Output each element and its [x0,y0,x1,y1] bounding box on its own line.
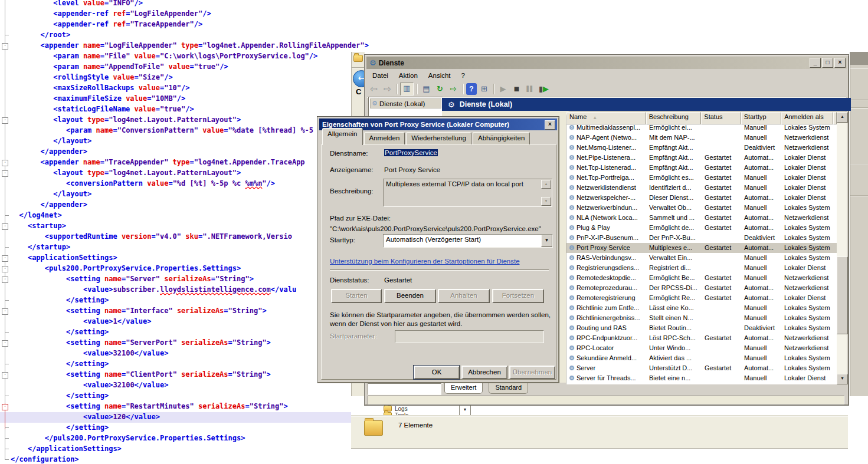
scroll-up-button[interactable]: ▲ [837,112,848,123]
minimize-button[interactable]: _ [810,58,821,68]
menu-item-datei[interactable]: Datei [367,71,394,80]
code-line[interactable]: <startup> [28,221,66,231]
stop-service-icon[interactable]: ■ [510,83,523,95]
fold-toggle[interactable]: - [2,170,8,177]
code-line[interactable]: <level value="INFO"/> [53,0,143,8]
table-row[interactable]: ⚙Richtlinie zum Entfe...Lässt eine Ko...… [566,303,837,313]
table-row[interactable]: ⚙Net.Pipe-Listenera...Empfängt Akt...Ges… [566,153,837,163]
code-line[interactable]: <setting name="ServerPort" serializeAs="… [66,337,271,348]
table-row[interactable]: ⚙Port Proxy ServiceMultiplexes e...Gesta… [566,243,837,253]
table-row[interactable]: ⚙ServerUnterstützt D...GestartetAutomat.… [566,363,837,373]
code-line[interactable]: </applicationSettings> [28,443,122,454]
code-line[interactable]: </setting> [66,327,109,337]
code-line[interactable]: <param name="AppendToFile" value="true"/… [53,61,228,72]
code-line[interactable]: <layout type="log4net.Layout.PatternLayo… [53,114,241,125]
code-line[interactable]: <param name="ConversionPattern" value="%… [66,125,313,136]
table-row[interactable]: ⚙NAP-Agent (Netwo...Mit dem NAP-...Manue… [566,133,837,143]
fold-toggle[interactable]: - [2,223,8,230]
code-line[interactable]: <maxSizeRollBackups value="10"/> [53,83,189,93]
list-item[interactable]: Tools [384,412,408,415]
abbrechen-button[interactable]: Abbrechen [461,366,507,379]
code-line[interactable]: <appender-ref ref="LogFileAppender"/> [53,8,211,19]
table-row[interactable]: ⚙RPC-LocatorUnter Windo...ManuellNetzwer… [566,343,837,353]
fold-toggle[interactable]: - [2,117,8,124]
fold-toggle[interactable]: - [2,43,8,50]
table-row[interactable]: ⚙Multimediaklassenpl...Ermöglicht ei...M… [566,123,837,133]
code-line[interactable]: <supportedRuntime version="v4.0" sku=".N… [45,231,292,242]
scrollbar[interactable]: ▲ ▼ [837,112,847,384]
code-line[interactable]: <appender name="TraceAppender" type="log… [41,157,305,167]
table-row[interactable]: ⚙RAS-Verbindungsv...Verwaltet Ein...Manu… [566,253,837,263]
export-list-icon[interactable]: ⇨ [447,83,460,95]
starttyp-select[interactable]: Automatisch (Verzögerter Start) ▼ [383,234,553,248]
help-icon[interactable]: ? [466,83,477,95]
show-tree-icon[interactable]: ▥ [400,83,414,96]
view-tab-erweitert[interactable]: Erweitert [444,383,483,394]
back-button[interactable]: ← [353,70,365,87]
scrollbar-thumb[interactable] [837,256,848,334]
code-line[interactable]: </layout> [53,189,91,199]
code-line[interactable]: <param name="File" value="C:\work\logs\P… [53,51,317,61]
code-line[interactable]: </layout> [53,136,91,146]
code-line[interactable]: <puls200.PortProxyService.Properties.Set… [45,263,241,274]
table-row[interactable]: ⚙Net.Tcp-Listenerad...Empfängt Akt...Ges… [566,163,837,173]
beschreibung-field[interactable]: Multiplexes external TCP/IP data on loca… [383,179,552,207]
code-line[interactable]: </puls200.PortProxyService.Properties.Se… [45,433,245,443]
view-tab-standard[interactable]: Standard [489,383,528,394]
fold-toggle[interactable]: - [2,372,8,379]
code-line[interactable]: <appender-ref ref="TraceAppender"/> [53,19,202,29]
restart-service-icon[interactable]: ▮▶ [538,83,550,95]
table-row[interactable]: ⚙RPC-Endpunktzuor...Löst RPC-Sch...Gesta… [566,333,837,343]
code-line[interactable]: </setting> [66,422,109,433]
menu-item-ansicht[interactable]: Ansicht [423,71,456,80]
ok-button[interactable]: OK [414,366,460,379]
code-line[interactable]: <staticLogFileName value="true"/> [53,104,194,114]
code-line[interactable]: <setting name="ClientPort" serializeAs="… [66,369,271,380]
start-service-icon[interactable]: ▶ [497,83,509,95]
table-row[interactable]: ⚙Registrierungsdiens...Registriert di...… [566,263,837,273]
properties-icon[interactable]: ▤ [420,83,433,95]
code-line[interactable]: </setting> [66,358,109,369]
code-line[interactable]: </setting> [66,295,109,305]
fold-toggle[interactable]: - [2,255,8,262]
code-line[interactable]: </configuration> [11,454,79,464]
fold-toggle[interactable]: - [2,277,8,283]
dienstname-value[interactable]: PortProxyService [384,149,438,156]
beenden-button[interactable]: Beenden [384,289,436,303]
fold-toggle[interactable]: - [2,308,8,315]
table-row[interactable]: ⚙Richtlinienergebniss...Stellt einen N..… [566,313,837,323]
code-line[interactable]: <maximumFileSize value="10MB"/> [53,93,185,104]
code-line[interactable]: <conversionPattern value="%d [%t] %-5p %… [66,178,275,189]
fold-toggle[interactable]: - [2,404,8,410]
code-line[interactable]: <value>1</value> [83,316,152,327]
code-line[interactable]: </setting> [66,390,109,401]
code-line[interactable]: <setting name="Interface" serializeAs="S… [66,305,267,316]
code-line[interactable]: <rollingStyle value="Size"/> [53,72,172,83]
code-line[interactable]: </startup> [28,242,70,252]
startoptions-help-link[interactable]: Unterstützung beim Konfigurieren der Sta… [330,258,520,265]
code-line[interactable]: <value>32100</value> [83,380,169,390]
tree-item-dienste-lokal[interactable]: ⚙ Dienste (Lokal) [370,98,441,108]
forward-icon[interactable]: ⇨ [381,83,394,95]
table-row[interactable]: ⚙Server für Threads...Bietet eine n...Ma… [566,373,837,383]
code-line[interactable]: <setting name="RestartMinutes" serialize… [66,401,288,412]
code-line[interactable]: </appender> [41,199,87,210]
scroll-down-button[interactable]: ▼ [837,374,848,384]
code-line[interactable]: <value>120</value> [83,412,160,422]
code-line[interactable]: </log4net> [19,210,61,221]
code-line[interactable]: <appender name="LogFileAppender" type="l… [41,40,369,51]
code-line[interactable]: <layout type="log4net.Layout.PatternLayo… [53,167,241,178]
table-row[interactable]: ⚙Routing und RASBietet Routin...Deaktivi… [566,323,837,333]
code-line[interactable]: <value>subscriber.lloydslistintelligence… [83,284,296,295]
fold-toggle[interactable]: - [2,340,8,347]
table-row[interactable]: ⚙Net.Msmq-Listener...Empfängt Akt...Deak… [566,143,837,153]
table-row[interactable]: ⚙Netzwerkspeicher-...Dieser Dienst...Ges… [566,193,837,203]
menu-item-?[interactable]: ? [456,71,470,80]
fold-toggle[interactable]: - [2,266,8,272]
close-button[interactable]: × [834,58,846,68]
code-line[interactable]: <applicationSettings> [28,252,117,263]
menu-item-aktion[interactable]: Aktion [394,71,423,80]
table-row[interactable]: ⚙NetzwerklistendienstIdentifiziert d...G… [566,183,837,193]
back-icon[interactable]: ⇦ [368,83,380,95]
filter-input[interactable] [368,383,441,395]
